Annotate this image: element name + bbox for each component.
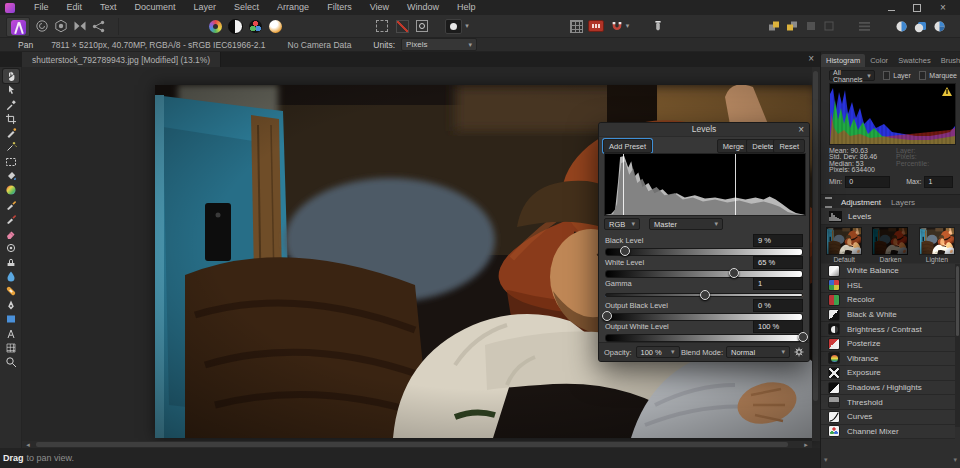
channel-dropdown[interactable]: Master ▾ (649, 218, 723, 230)
colour-replacement-brush-tool[interactable] (3, 212, 19, 226)
gradient-tool[interactable] (3, 183, 19, 197)
adjustment-channel-mixer[interactable]: Channel Mixer (821, 425, 955, 440)
move-forward-button[interactable] (766, 17, 781, 35)
tab-layers[interactable]: Layers (886, 198, 920, 207)
snapping-button[interactable]: ▾ (608, 17, 632, 35)
menu-window[interactable]: Window (398, 0, 448, 15)
tab-histogram[interactable]: Histogram (821, 54, 865, 67)
blur-brush-tool[interactable] (3, 269, 19, 283)
pen-tool[interactable] (3, 298, 19, 312)
assistant-button[interactable]: ▾ (444, 17, 470, 35)
adjustment-posterize[interactable]: Posterize (821, 337, 955, 352)
reset-button[interactable]: Reset (773, 139, 805, 153)
scroll-right-icon[interactable]: ▸ (802, 441, 810, 448)
healing-brush-tool[interactable] (3, 284, 19, 298)
white-level-value[interactable]: 65 % (753, 256, 803, 269)
max-input[interactable]: 1 (924, 176, 953, 188)
dialog-close-icon[interactable]: × (798, 123, 804, 136)
min-input[interactable]: 0 (845, 176, 890, 188)
adjustment-white-balance[interactable]: White Balance (821, 264, 955, 279)
scroll-left-icon[interactable]: ◂ (24, 441, 32, 448)
gamma-slider[interactable] (605, 293, 803, 297)
adjustment-black-white[interactable]: Black & White (821, 308, 955, 323)
view-tool[interactable] (3, 69, 19, 83)
vertical-scrollbar[interactable] (812, 67, 820, 441)
minimize-icon[interactable] (886, 3, 896, 13)
auto-colour-button[interactable] (247, 17, 264, 35)
menu-help[interactable]: Help (448, 0, 485, 15)
auto-white-balance-button[interactable] (267, 17, 284, 35)
output-black-level-thumb[interactable] (602, 311, 612, 321)
tone-mapping-persona-button[interactable] (72, 17, 88, 35)
menu-file[interactable]: File (25, 0, 58, 15)
adjustment-recolor[interactable]: Recolor (821, 293, 955, 308)
white-level-marker[interactable] (735, 154, 736, 215)
warning-icon[interactable] (942, 87, 952, 96)
selection-toggle-button[interactable] (374, 17, 390, 35)
insert-on-top-button[interactable] (912, 17, 929, 35)
document-tab[interactable]: shutterstock_792789943.jpg [Modified] (1… (22, 52, 221, 67)
menu-select[interactable]: Select (225, 0, 268, 15)
colour-picker-tool[interactable] (3, 98, 19, 112)
output-black-level-value[interactable]: 0 % (753, 299, 803, 312)
dodge-brush-tool[interactable] (3, 241, 19, 255)
output-white-level-value[interactable]: 100 % (753, 320, 803, 333)
units-dropdown[interactable]: Pixels ▾ (401, 38, 477, 51)
levels-dialog-title[interactable]: Levels (599, 123, 809, 137)
menu-text[interactable]: Text (91, 0, 126, 15)
text-tool[interactable] (3, 327, 19, 341)
insert-behind-button[interactable] (893, 17, 910, 35)
clone-brush-tool[interactable] (3, 255, 19, 269)
menu-filters[interactable]: Filters (318, 0, 361, 15)
gamma-value[interactable]: 1 (753, 277, 803, 290)
auto-levels-button[interactable] (207, 17, 224, 35)
merge-button[interactable]: Merge (717, 139, 750, 153)
white-level-thumb[interactable] (729, 268, 739, 278)
paint-brush-tool[interactable] (3, 198, 19, 212)
panel-arrow-right-icon[interactable]: ▾ (953, 456, 957, 464)
layer-checkbox[interactable] (883, 71, 891, 80)
crop-tool[interactable] (3, 112, 19, 126)
menu-arrange[interactable]: Arrange (268, 0, 318, 15)
current-adjustment-row[interactable]: Levels (821, 208, 960, 225)
tab-close-icon[interactable]: × (808, 53, 814, 64)
horizontal-scrollbar[interactable]: ◂ ▸ (22, 441, 812, 448)
preset-lighten[interactable]: Lighten (919, 227, 955, 263)
insert-inside-button[interactable] (931, 17, 948, 35)
blend-mode-dropdown[interactable]: Normal ▾ (726, 346, 790, 358)
liquify-persona-button[interactable] (34, 17, 50, 35)
adjustment-curves[interactable]: Curves (821, 410, 955, 425)
add-preset-button[interactable]: Add Preset (603, 139, 652, 153)
channel-mode-dropdown[interactable]: RGB ▾ (604, 218, 640, 230)
marquee-tool[interactable] (3, 155, 19, 169)
panel-options-icon[interactable] (825, 197, 832, 208)
opacity-dropdown[interactable]: 100 % ▾ (636, 346, 680, 358)
adjustment-hsl[interactable]: HSL (821, 279, 955, 294)
zoom-tool[interactable] (3, 355, 19, 369)
menu-document[interactable]: Document (126, 0, 185, 15)
pixel-selection-button[interactable] (394, 17, 410, 35)
menu-layer[interactable]: Layer (185, 0, 226, 15)
tab-swatches[interactable]: Swatches (893, 54, 936, 67)
maximize-icon[interactable] (912, 3, 922, 13)
adjustment-exposure[interactable]: Exposure (821, 366, 955, 381)
adjustment-vibrance[interactable]: Vibrance (821, 352, 955, 367)
move-tool[interactable] (3, 83, 19, 97)
show-grid-button[interactable] (568, 17, 584, 35)
output-white-level-thumb[interactable] (798, 332, 808, 342)
move-backward-button[interactable] (784, 17, 799, 35)
marquee-checkbox[interactable] (919, 71, 927, 80)
auto-contrast-button[interactable] (227, 17, 244, 35)
colour-format-button[interactable] (650, 17, 666, 35)
close-icon[interactable]: × (938, 3, 948, 13)
adjustment-threshold[interactable]: Threshold (821, 395, 955, 410)
quick-mask-button[interactable] (414, 17, 430, 35)
adjustment-scrollbar[interactable] (955, 264, 960, 427)
erase-brush-tool[interactable] (3, 226, 19, 240)
levels-histogram[interactable] (604, 153, 806, 216)
hscroll-thumb[interactable] (36, 442, 788, 447)
develop-persona-button[interactable] (53, 17, 69, 35)
preset-default[interactable]: Default (826, 227, 862, 263)
black-level-value[interactable]: 9 % (753, 234, 803, 247)
tab-brushes[interactable]: Brushes (936, 54, 960, 67)
